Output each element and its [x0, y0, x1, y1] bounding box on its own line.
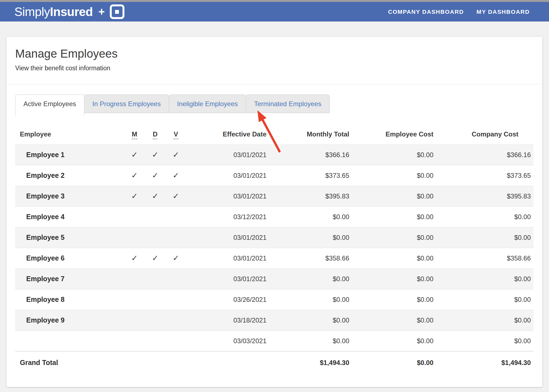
grand-total-monthly: $1,494.30 — [269, 351, 352, 374]
medical-checkmark: ✓ — [124, 186, 145, 206]
vision-checkmark — [166, 289, 186, 310]
employee-cost: $0.00 — [352, 269, 436, 289]
dental-tooltip-trigger[interactable]: D — [153, 130, 158, 139]
employee-table-container: Employee M D V Effective Date Monthly To… — [6, 115, 542, 374]
employee-cost: $0.00 — [352, 144, 436, 165]
company-cost: $395.83 — [436, 186, 534, 206]
manage-employees-card: Manage Employees View their benefit cost… — [6, 37, 542, 387]
effective-date: 03/01/2021 — [186, 248, 269, 269]
tab-ineligible-employees[interactable]: Ineligible Employees — [169, 95, 246, 113]
monthly-total: $0.00 — [269, 227, 352, 248]
vision-checkmark — [166, 269, 186, 289]
table-row: Employee 803/26/2021$0.00$0.00$0.00 — [15, 289, 534, 310]
dental-checkmark — [145, 289, 166, 310]
nav-my-dashboard[interactable]: MY DASHBOARD — [476, 9, 530, 15]
column-header-company-cost: Company Cost — [436, 115, 534, 144]
monthly-total: $0.00 — [269, 310, 352, 331]
effective-date: 03/03/2021 — [186, 331, 269, 351]
employee-name: Employee 4 — [15, 206, 124, 227]
dental-checkmark — [145, 206, 166, 227]
medical-checkmark — [124, 227, 145, 248]
effective-date: 03/01/2021 — [186, 269, 269, 289]
monthly-total: $0.00 — [269, 206, 352, 227]
table-row: Employee 3✓✓✓03/01/2021$395.83$0.00$395.… — [15, 186, 534, 206]
monthly-total: $0.00 — [269, 289, 352, 310]
page-subtitle: View their benefit cost information — [15, 65, 534, 72]
employee-cost: $0.00 — [352, 227, 436, 248]
monthly-total: $373.65 — [269, 165, 352, 186]
employee-name: Employee 1 — [15, 144, 124, 165]
employee-name: Employee 5 — [15, 227, 124, 248]
page-title: Manage Employees — [15, 47, 534, 60]
employee-cost: $0.00 — [352, 310, 436, 331]
vision-tooltip-trigger[interactable]: V — [174, 130, 178, 139]
effective-date: 03/01/2021 — [186, 227, 269, 248]
effective-date: 03/18/2021 — [186, 310, 269, 331]
simplyinsured-logo[interactable]: SimplyInsured + — [14, 4, 124, 19]
dental-checkmark: ✓ — [145, 165, 166, 186]
employee-cost: $0.00 — [352, 289, 436, 310]
table-row: Employee 2✓✓✓03/01/2021$373.65$0.00$373.… — [15, 165, 534, 186]
column-header-employee: Employee — [15, 115, 124, 144]
logo-text: SimplyInsured — [14, 5, 93, 19]
tab-in-progress-employees[interactable]: In Progress Employees — [84, 95, 169, 113]
company-cost: $373.65 — [436, 165, 534, 186]
grand-total-company-cost: $1,494.30 — [436, 351, 534, 374]
square-logo-inner — [115, 10, 119, 14]
employee-table: Employee M D V Effective Date Monthly To… — [15, 115, 534, 374]
dental-checkmark: ✓ — [145, 248, 166, 269]
vision-checkmark — [166, 331, 186, 351]
monthly-total: $366.16 — [269, 144, 352, 165]
medical-checkmark — [124, 331, 145, 351]
table-row: Employee 403/12/2021$0.00$0.00$0.00 — [15, 206, 534, 227]
company-cost: $0.00 — [436, 206, 534, 227]
medical-checkmark: ✓ — [124, 165, 145, 186]
effective-date: 03/01/2021 — [186, 144, 269, 165]
table-row: 03/03/2021$0.00$0.00$0.00 — [15, 331, 534, 351]
employee-name: Employee 6 — [15, 248, 124, 269]
employee-name: Employee 2 — [15, 165, 124, 186]
employee-table-body: Employee 1✓✓✓03/01/2021$366.16$0.00$366.… — [15, 144, 534, 374]
card-header: Manage Employees View their benefit cost… — [6, 37, 542, 72]
vision-checkmark — [166, 206, 186, 227]
table-row: Employee 1✓✓✓03/01/2021$366.16$0.00$366.… — [15, 144, 534, 165]
header-nav: COMPANY DASHBOARD MY DASHBOARD — [388, 9, 530, 15]
medical-tooltip-trigger[interactable]: M — [132, 130, 137, 139]
effective-date: 03/01/2021 — [186, 165, 269, 186]
employee-cost: $0.00 — [352, 206, 436, 227]
effective-date: 03/01/2021 — [186, 186, 269, 206]
medical-checkmark — [124, 289, 145, 310]
column-header-employee-cost: Employee Cost — [352, 115, 436, 144]
medical-checkmark — [124, 206, 145, 227]
company-cost: $366.16 — [436, 144, 534, 165]
monthly-total: $0.00 — [269, 269, 352, 289]
tab-terminated-employees[interactable]: Terminated Employees — [246, 95, 330, 113]
vision-checkmark: ✓ — [166, 248, 186, 269]
dental-checkmark: ✓ — [145, 144, 166, 165]
tab-active-employees[interactable]: Active Employees — [15, 95, 84, 115]
company-cost: $358.66 — [436, 248, 534, 269]
employee-name: Employee 3 — [15, 186, 124, 206]
monthly-total: $358.66 — [269, 248, 352, 269]
medical-checkmark: ✓ — [124, 248, 145, 269]
dental-checkmark: ✓ — [145, 186, 166, 206]
table-header-row: Employee M D V Effective Date Monthly To… — [15, 115, 534, 144]
company-cost: $0.00 — [436, 227, 534, 248]
effective-date: 03/12/2021 — [186, 206, 269, 227]
logo-text-simply: Simply — [14, 5, 50, 18]
column-header-dental: D — [145, 115, 166, 144]
monthly-total: $0.00 — [269, 331, 352, 351]
nav-company-dashboard[interactable]: COMPANY DASHBOARD — [388, 9, 464, 15]
grand-total-row: Grand Total $1,494.30 $0.00 $1,494.30 — [15, 351, 534, 374]
effective-date: 03/26/2021 — [186, 289, 269, 310]
company-cost: $0.00 — [436, 289, 534, 310]
company-cost: $0.00 — [436, 310, 534, 331]
column-header-effective-date: Effective Date — [186, 115, 269, 144]
table-row: Employee 903/18/2021$0.00$0.00$0.00 — [15, 310, 534, 331]
vision-checkmark: ✓ — [166, 165, 186, 186]
vision-checkmark — [166, 227, 186, 248]
medical-checkmark: ✓ — [124, 144, 145, 165]
plus-icon: + — [98, 6, 105, 18]
employee-tabs: Active Employees In Progress Employees I… — [6, 95, 542, 115]
employee-cost: $0.00 — [352, 248, 436, 269]
